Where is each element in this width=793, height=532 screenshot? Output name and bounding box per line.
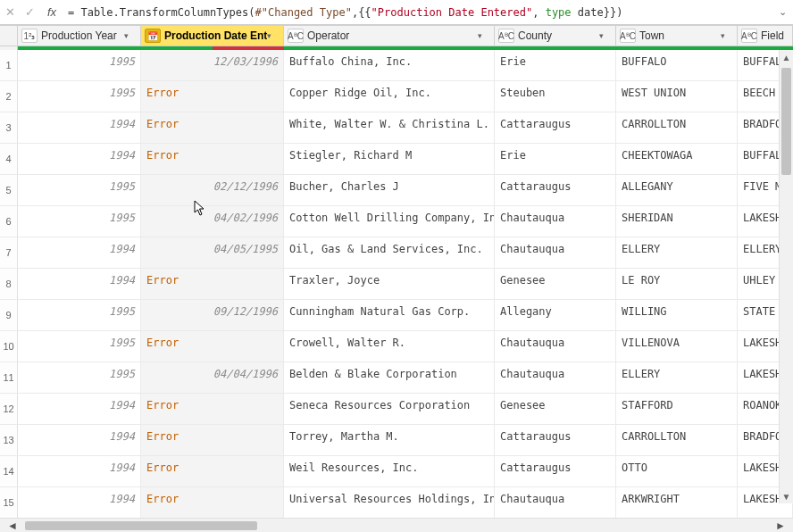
table-row[interactable]: 101995ErrorCrowell, Walter R.ChautauquaV… (0, 331, 793, 362)
type-number-icon[interactable]: 1²₃ (21, 29, 38, 43)
cell-operator[interactable]: Buffalo China, Inc. (284, 50, 495, 80)
table-row[interactable]: 41994ErrorStiegler, Richard MErieCHEEKTO… (0, 144, 793, 175)
table-row[interactable]: 81994ErrorTraxler, JoyceGeneseeLE ROYUHL… (0, 269, 793, 300)
table-row[interactable]: 141994ErrorWeil Resources, Inc.Cattaraug… (0, 456, 793, 487)
filter-icon[interactable]: ▾ (721, 31, 733, 40)
table-row[interactable]: 6199504/02/1996Cotton Well Drilling Comp… (0, 206, 793, 237)
cell-town[interactable]: STAFFORD (616, 394, 738, 424)
cell-town[interactable]: ELLERY (616, 237, 738, 268)
filter-icon[interactable]: ▾ (599, 31, 612, 40)
column-header-field[interactable]: AᴮC Field (738, 26, 793, 46)
scroll-right-icon[interactable]: ► (768, 520, 793, 532)
cell-production-year[interactable]: 1994 (18, 394, 141, 424)
cell-county[interactable]: Erie (495, 144, 616, 174)
cell-operator[interactable]: Weil Resources, Inc. (284, 456, 495, 486)
cell-operator[interactable]: Cunningham Natural Gas Corp. (284, 300, 495, 330)
cell-town[interactable]: CARROLLTON (616, 112, 738, 143)
scroll-up-icon[interactable]: ▲ (780, 50, 793, 64)
row-number[interactable]: 4 (0, 144, 18, 174)
column-header-production-date-entered[interactable]: 📅 Production Date Entered ▾ (141, 26, 284, 46)
cell-operator[interactable]: White, Walter W. & Christina L. (284, 112, 495, 143)
cell-production-year[interactable]: 1995 (18, 362, 141, 393)
cell-town[interactable]: CARROLLTON (616, 425, 738, 455)
hscroll-thumb[interactable] (25, 521, 257, 530)
horizontal-scrollbar[interactable]: ◄ ► (0, 518, 793, 532)
select-all-corner[interactable] (0, 26, 18, 46)
row-number[interactable]: 8 (0, 269, 18, 299)
formula-expand-icon[interactable]: ⌄ (772, 6, 793, 18)
cell-production-year[interactable]: 1994 (18, 237, 141, 268)
table-row[interactable]: 151994ErrorUniversal Resources Holdings,… (0, 487, 793, 518)
cell-town[interactable]: ALLEGANY (616, 175, 738, 205)
cell-town[interactable]: ELLERY (616, 362, 738, 393)
column-header-operator[interactable]: AᴮC Operator ▾ (284, 26, 495, 46)
cell-production-date-entered[interactable]: Error (141, 425, 284, 455)
cell-county[interactable]: Cattaraugus (495, 425, 616, 455)
cell-production-year[interactable]: 1995 (18, 300, 141, 330)
type-text-icon[interactable]: AᴮC (741, 29, 757, 43)
scroll-left-icon[interactable]: ◄ (0, 520, 25, 532)
cell-town[interactable]: VILLENOVA (616, 331, 738, 362)
cell-production-date-entered[interactable]: Error (141, 331, 284, 362)
cell-production-date-entered[interactable]: 04/02/1996 (141, 206, 284, 237)
row-number[interactable]: 3 (0, 112, 18, 143)
fx-icon[interactable]: fx (39, 5, 64, 19)
cell-production-year[interactable]: 1994 (18, 144, 141, 174)
type-text-icon[interactable]: AᴮC (288, 29, 304, 43)
cell-production-year[interactable]: 1995 (18, 81, 141, 112)
row-number[interactable]: 7 (0, 237, 18, 268)
cell-county[interactable]: Cattaraugus (495, 112, 616, 143)
table-row[interactable]: 131994ErrorTorrey, Martha M.CattaraugusC… (0, 425, 793, 456)
cell-operator[interactable]: Crowell, Walter R. (284, 331, 495, 362)
column-header-county[interactable]: AᴮC County ▾ (495, 26, 616, 46)
cell-town[interactable]: SHERIDAN (616, 206, 738, 237)
cell-production-date-entered[interactable]: Error (141, 487, 284, 518)
formula-commit-icon[interactable]: ✓ (20, 3, 39, 22)
cell-county[interactable]: Allegany (495, 300, 616, 330)
type-text-icon[interactable]: AᴮC (620, 29, 636, 43)
table-row[interactable]: 31994ErrorWhite, Walter W. & Christina L… (0, 112, 793, 144)
filter-icon[interactable]: ▾ (267, 31, 280, 40)
row-number[interactable]: 6 (0, 206, 18, 237)
cell-production-year[interactable]: 1995 (18, 206, 141, 237)
row-number[interactable]: 14 (0, 456, 18, 486)
cell-town[interactable]: WILLING (616, 300, 738, 330)
cell-operator[interactable]: Bucher, Charles J (284, 175, 495, 205)
cell-production-date-entered[interactable]: 09/12/1996 (141, 300, 284, 330)
cell-production-date-entered[interactable]: 12/03/1996 (141, 50, 284, 80)
cell-operator[interactable]: Copper Ridge Oil, Inc. (284, 81, 495, 112)
row-number[interactable]: 10 (0, 331, 18, 362)
cell-production-year[interactable]: 1995 (18, 331, 141, 362)
cell-county[interactable]: Chautauqua (495, 237, 616, 268)
row-number[interactable]: 9 (0, 300, 18, 330)
cell-county[interactable]: Genesee (495, 394, 616, 424)
cell-town[interactable]: CHEEKTOWAGA (616, 144, 738, 174)
row-number[interactable]: 11 (0, 362, 18, 393)
column-header-town[interactable]: AᴮC Town ▾ (616, 26, 738, 46)
cell-operator[interactable]: Oil, Gas & Land Services, Inc. (284, 237, 495, 268)
cell-production-year[interactable]: 1995 (18, 175, 141, 205)
vscroll-thumb[interactable] (781, 68, 791, 175)
cell-county[interactable]: Cattaraugus (495, 175, 616, 205)
cell-production-year[interactable]: 1994 (18, 269, 141, 299)
cell-operator[interactable]: Torrey, Martha M. (284, 425, 495, 455)
table-row[interactable]: 21995ErrorCopper Ridge Oil, Inc.SteubenW… (0, 81, 793, 112)
table-row[interactable]: 121994ErrorSeneca Resources CorporationG… (0, 394, 793, 425)
cell-county[interactable]: Chautauqua (495, 331, 616, 362)
table-row[interactable]: 9199509/12/1996Cunningham Natural Gas Co… (0, 300, 793, 331)
cell-county[interactable]: Steuben (495, 81, 616, 112)
cell-production-date-entered[interactable]: 04/04/1996 (141, 362, 284, 393)
cell-production-date-entered[interactable]: Error (141, 394, 284, 424)
row-number[interactable]: 5 (0, 175, 18, 205)
cell-operator[interactable]: Seneca Resources Corporation (284, 394, 495, 424)
cell-county[interactable]: Genesee (495, 269, 616, 299)
column-header-production-year[interactable]: 1²₃ Production Year ▾ (18, 26, 141, 46)
cell-production-date-entered[interactable]: 02/12/1996 (141, 175, 284, 205)
type-date-icon[interactable]: 📅 (145, 29, 161, 43)
row-number[interactable]: 1 (0, 50, 18, 80)
row-number[interactable]: 13 (0, 425, 18, 455)
cell-county[interactable]: Chautauqua (495, 362, 616, 393)
filter-icon[interactable]: ▾ (124, 31, 137, 40)
cell-town[interactable]: ARKWRIGHT (616, 487, 738, 518)
cell-production-date-entered[interactable]: 04/05/1995 (141, 237, 284, 268)
